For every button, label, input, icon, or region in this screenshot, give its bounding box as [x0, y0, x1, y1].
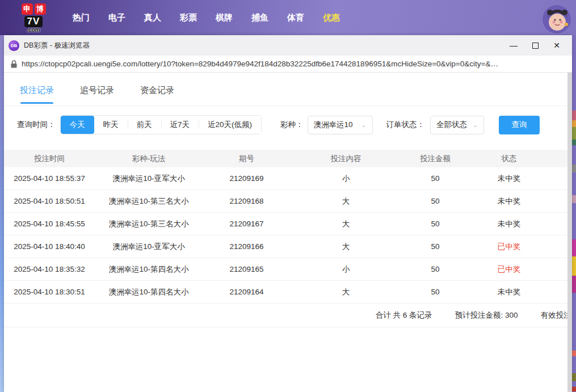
maximize-button[interactable] [524, 37, 546, 54]
cell-bet-content: 大 [291, 242, 401, 252]
cell-issue-number: 21209166 [203, 242, 291, 251]
cell-status: 已中奖 [469, 242, 549, 252]
minimize-icon: — [510, 41, 518, 50]
cell-issue-number: 21209164 [203, 288, 291, 296]
site-nav-item[interactable]: 彩票 [179, 9, 198, 27]
lottery-select-value: 澳洲幸运10 [314, 120, 353, 130]
table-row[interactable]: 2025-04-10 18:50:51 澳洲幸运10-第三名大小 2120916… [4, 190, 572, 213]
site-nav-item[interactable]: 棋牌 [215, 9, 234, 27]
chevron-down-icon: ⌄ [473, 121, 478, 129]
site-nav-item[interactable]: 捕鱼 [250, 9, 270, 27]
order-status-value: 全部状态 [436, 120, 467, 130]
table-row[interactable]: 2025-04-10 18:45:55 澳洲幸运10-第三名大小 2120916… [4, 213, 572, 235]
close-icon: ✕ [553, 41, 560, 50]
cell-bet-time: 2025-04-10 18:55:37 [4, 174, 95, 183]
avatar-illustration [543, 5, 571, 34]
site-nav-item[interactable]: 热门 [72, 9, 91, 27]
status-filter-label: 订单状态： [386, 120, 425, 130]
cell-game-play: 澳洲幸运10-亚军大小 [95, 242, 203, 252]
cell-status: 未中奖 [469, 196, 549, 206]
cell-status: 已中奖 [469, 264, 549, 275]
window-titlebar[interactable]: DB DB彩票 - 极速浏览器 — ✕ [4, 35, 572, 56]
cell-bet-content: 小 [291, 264, 401, 275]
vertical-scrollbar[interactable] [567, 73, 572, 392]
active-tab-underline [81, 102, 113, 104]
cell-bet-amount: 50 [401, 265, 469, 273]
background-fragment [572, 373, 576, 381]
cell-bet-content: 大 [291, 219, 401, 229]
db-favicon-icon: DB [9, 40, 19, 51]
tab-1[interactable]: 追号记录 [80, 85, 114, 106]
tab-0[interactable]: 投注记录 [20, 85, 54, 106]
column-header: 投注内容 [291, 154, 401, 164]
logo-badge-shen: 申 [22, 3, 33, 15]
url-text[interactable]: https://ctopcp02pcali.uengi5e.com/lotter… [22, 60, 498, 68]
time-option[interactable]: 近7天 [161, 116, 199, 134]
site-nav-item[interactable]: 真人 [143, 9, 162, 27]
time-option[interactable]: 今天 [61, 116, 94, 134]
cell-game-play: 澳洲幸运10-亚军大小 [95, 174, 203, 184]
cell-issue-number: 21209165 [203, 265, 291, 273]
column-header: 投注时间 [4, 154, 95, 164]
lock-icon [11, 60, 17, 68]
minimize-button[interactable]: — [503, 37, 524, 54]
summary-row: 合计 共 6 条记录 预计投注金额: 300 有效投注金 [4, 304, 572, 327]
user-avatar[interactable] [542, 5, 571, 34]
table-body: 2025-04-10 18:55:37 澳洲幸运10-亚军大小 21209169… [4, 167, 572, 304]
close-button[interactable]: ✕ [546, 37, 567, 54]
logo-com-text: .com [27, 27, 40, 32]
chevron-down-icon: ⌄ [361, 121, 366, 129]
column-header: 彩种-玩法 [95, 154, 203, 164]
background-fragment [572, 127, 576, 140]
cell-bet-content: 小 [291, 174, 401, 184]
cell-bet-content: 大 [291, 287, 401, 297]
column-header: 状态 [469, 154, 549, 164]
time-option[interactable]: 前天 [128, 116, 161, 134]
site-navbar: 申 博 7V .com 热门电子真人彩票棋牌捕鱼体育优惠 [0, 0, 576, 35]
page-content: 投注记录追号记录资金记录 查询时间： 今天昨天前天近7天近20天(低频) 彩种：… [4, 73, 572, 392]
summary-total-records: 合计 共 6 条记录 [376, 310, 432, 321]
background-fragment [572, 140, 576, 145]
record-tabs: 投注记录追号记录资金记录 [4, 73, 572, 106]
table-header-row: 投注时间彩种-玩法期号投注内容投注金额状态 [4, 150, 572, 167]
background-fragment [572, 239, 576, 256]
site-nav-item[interactable]: 体育 [286, 9, 305, 27]
site-nav-items: 热门电子真人彩票棋牌捕鱼体育优惠 [72, 9, 341, 27]
summary-expected-amount: 预计投注金额: 300 [455, 310, 518, 321]
query-button[interactable]: 查询 [499, 116, 540, 134]
cell-bet-time: 2025-04-10 18:35:32 [4, 265, 95, 273]
tab-2[interactable]: 资金记录 [140, 85, 174, 106]
background-page-right-edge [572, 35, 576, 392]
cell-bet-time: 2025-04-10 18:50:51 [4, 197, 95, 205]
lottery-select[interactable]: 澳洲幸运10 ⌄ [308, 116, 373, 134]
active-tab-underline [141, 102, 174, 104]
time-filter-group: 今天昨天前天近7天近20天(低频) [60, 115, 262, 134]
time-option[interactable]: 近20天(低频) [199, 116, 261, 134]
site-logo[interactable]: 申 博 7V .com [16, 3, 51, 32]
order-status-select[interactable]: 全部状态 ⌄ [430, 116, 484, 134]
maximize-icon [532, 43, 539, 49]
time-option[interactable]: 昨天 [94, 116, 128, 134]
cell-status: 未中奖 [469, 174, 549, 184]
table-row[interactable]: 2025-04-10 18:35:32 澳洲幸运10-第四名大小 2120916… [4, 258, 572, 281]
window-controls: — ✕ [503, 37, 567, 54]
background-fragment [572, 351, 576, 356]
logo-badge-bo: 博 [35, 3, 46, 15]
time-filter-label: 查询时间： [17, 120, 56, 130]
cell-bet-amount: 50 [401, 197, 469, 205]
column-header: 投注金额 [401, 154, 469, 164]
cell-bet-amount: 50 [401, 174, 469, 183]
table-row[interactable]: 2025-04-10 18:55:37 澳洲幸运10-亚军大小 21209169… [4, 167, 572, 190]
cell-bet-amount: 50 [401, 220, 469, 228]
background-page-left-edge [0, 35, 4, 392]
table-row[interactable]: 2025-04-10 18:30:51 澳洲幸运10-第四名大小 2120916… [4, 281, 572, 304]
site-nav-item[interactable]: 电子 [107, 9, 127, 27]
site-nav-item[interactable]: 优惠 [322, 9, 341, 27]
address-bar[interactable]: https://ctopcp02pcali.uengi5e.com/lotter… [4, 56, 572, 73]
background-fragment [572, 195, 576, 203]
filter-bar: 查询时间： 今天昨天前天近7天近20天(低频) 彩种： 澳洲幸运10 ⌄ 订单状… [17, 115, 572, 134]
window-title: DB彩票 - 极速浏览器 [24, 41, 90, 50]
cell-issue-number: 21209167 [203, 220, 291, 228]
table-row[interactable]: 2025-04-10 18:40:40 澳洲幸运10-亚军大小 21209166… [4, 235, 572, 258]
cell-status: 未中奖 [469, 287, 549, 297]
